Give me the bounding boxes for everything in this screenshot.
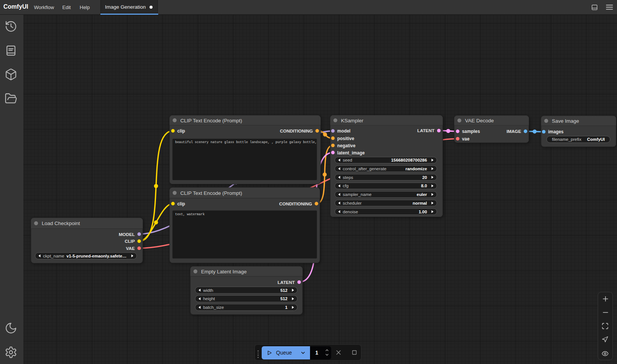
- svg-text:MODEL: MODEL: [119, 232, 135, 237]
- svg-text:normal: normal: [413, 201, 427, 205]
- svg-text:LATENT: LATENT: [278, 280, 295, 285]
- svg-text:samples: samples: [462, 129, 480, 134]
- svg-text:8.0: 8.0: [421, 184, 427, 188]
- svg-text:width: width: [203, 288, 213, 293]
- svg-text:randomize: randomize: [406, 167, 427, 171]
- svg-text:512: 512: [280, 288, 287, 293]
- svg-text:images: images: [548, 129, 564, 134]
- svg-text:v1-5-pruned-emaonly.safete…: v1-5-pruned-emaonly.safete…: [66, 254, 126, 258]
- svg-text:model: model: [337, 128, 350, 134]
- svg-text:CONDITIONING: CONDITIONING: [279, 201, 312, 207]
- svg-text:512: 512: [280, 296, 287, 301]
- svg-text:vae: vae: [462, 136, 470, 142]
- svg-text:KSampler: KSampler: [341, 118, 364, 123]
- svg-text:1.00: 1.00: [419, 210, 427, 214]
- svg-text:156680208700286: 156680208700286: [391, 158, 427, 162]
- svg-text:CLIP Text Encode (Prompt): CLIP Text Encode (Prompt): [180, 118, 242, 123]
- svg-text:filename_prefix: filename_prefix: [552, 137, 582, 142]
- svg-text:euler: euler: [417, 192, 427, 197]
- svg-text:20: 20: [422, 175, 427, 180]
- svg-text:CONDITIONING: CONDITIONING: [280, 128, 313, 134]
- svg-text:cfg: cfg: [343, 184, 349, 188]
- svg-text:Load Checkpoint: Load Checkpoint: [42, 221, 80, 226]
- svg-text:steps: steps: [343, 175, 353, 180]
- svg-text:beautiful scenery nature glass: beautiful scenery nature glass bottle la…: [175, 140, 317, 144]
- svg-text:clip: clip: [177, 128, 185, 134]
- svg-text:VAE: VAE: [126, 246, 135, 251]
- svg-text:denoise: denoise: [343, 210, 358, 214]
- svg-text:sampler_name: sampler_name: [343, 192, 372, 197]
- svg-text:negative: negative: [337, 143, 356, 148]
- svg-text:ComfyUI: ComfyUI: [587, 137, 605, 142]
- svg-text:batch_size: batch_size: [203, 305, 224, 310]
- svg-text:clip: clip: [177, 201, 185, 207]
- svg-text:Empty Latent Image: Empty Latent Image: [201, 269, 247, 275]
- svg-text:LATENT: LATENT: [417, 128, 435, 133]
- svg-text:height: height: [203, 296, 215, 301]
- svg-text:latent_image: latent_image: [337, 150, 365, 156]
- svg-text:VAE Decode: VAE Decode: [465, 118, 494, 123]
- svg-text:ckpt_name: ckpt_name: [43, 254, 64, 258]
- svg-text:control_after_generate: control_after_generate: [343, 167, 387, 171]
- svg-text:Save Image: Save Image: [552, 118, 579, 124]
- svg-text:text, watermark: text, watermark: [175, 213, 205, 216]
- svg-text:1: 1: [285, 305, 288, 310]
- svg-text:positive: positive: [337, 136, 354, 141]
- svg-text:IMAGE: IMAGE: [506, 129, 521, 134]
- svg-text:CLIP Text Encode (Prompt): CLIP Text Encode (Prompt): [180, 190, 242, 196]
- svg-text:scheduler: scheduler: [343, 201, 362, 205]
- svg-text:CLIP: CLIP: [125, 239, 135, 244]
- svg-text:seed: seed: [343, 158, 352, 162]
